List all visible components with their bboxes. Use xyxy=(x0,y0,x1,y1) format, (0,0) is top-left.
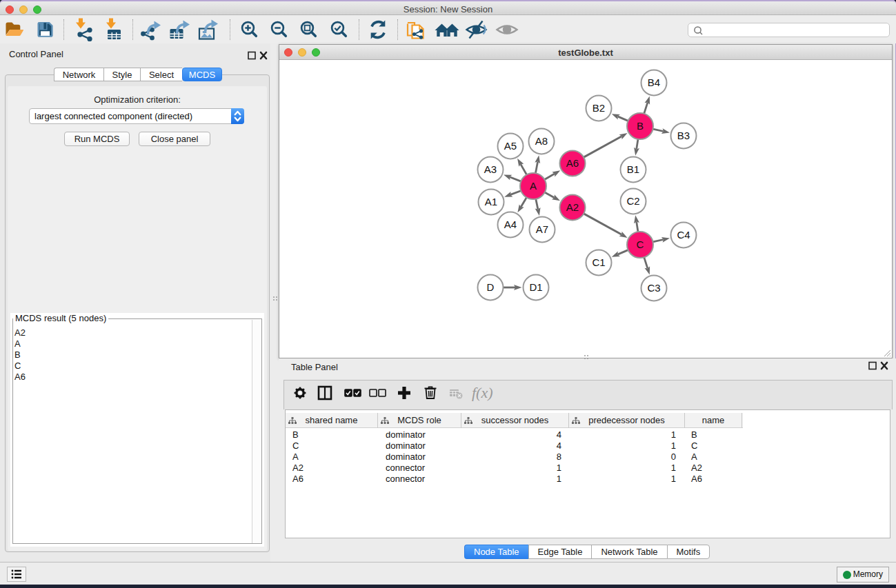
svg-text:A1: A1 xyxy=(485,196,497,207)
svg-text:f(x): f(x) xyxy=(472,384,493,401)
svg-text:A6: A6 xyxy=(566,157,579,169)
svg-text:D: D xyxy=(487,281,495,293)
svg-text:A2: A2 xyxy=(566,201,579,213)
svg-text:A5: A5 xyxy=(504,140,517,152)
svg-text:A7: A7 xyxy=(536,223,548,235)
svg-text:C3: C3 xyxy=(647,282,660,294)
svg-text:B: B xyxy=(637,120,644,132)
svg-text:B2: B2 xyxy=(593,102,605,114)
svg-text:A3: A3 xyxy=(484,163,497,175)
svg-text:A8: A8 xyxy=(535,135,548,147)
svg-text:B3: B3 xyxy=(677,130,690,141)
svg-text:C4: C4 xyxy=(677,229,690,241)
svg-text:C2: C2 xyxy=(626,195,639,207)
svg-text:C1: C1 xyxy=(592,256,605,268)
svg-text:B1: B1 xyxy=(627,163,639,175)
svg-text:A: A xyxy=(530,180,537,192)
svg-text:C: C xyxy=(637,239,644,250)
svg-text:D1: D1 xyxy=(529,281,542,293)
svg-text:A4: A4 xyxy=(504,219,517,230)
svg-text:B4: B4 xyxy=(648,77,660,88)
